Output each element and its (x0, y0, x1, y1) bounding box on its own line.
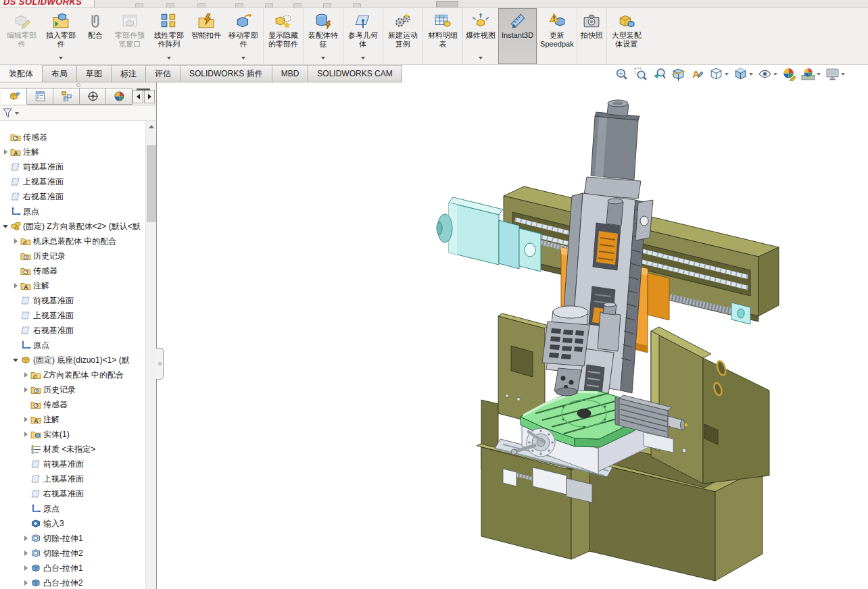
expand-arrow-icon[interactable] (22, 535, 30, 542)
reference-geometry-button[interactable]: 参考几何体 (343, 8, 383, 64)
expand-arrow-icon[interactable] (22, 446, 30, 453)
filter-dropdown-caret-icon[interactable] (15, 112, 19, 117)
panel-tab-next-button[interactable] (144, 90, 155, 103)
expand-arrow-icon[interactable] (2, 208, 9, 215)
expand-arrow-icon[interactable] (12, 253, 20, 260)
graphics-area[interactable] (157, 82, 868, 589)
tab-configurationmanager[interactable] (53, 88, 80, 105)
tab-mbd[interactable]: MBD (272, 65, 309, 82)
front-plane-3[interactable]: 前视基准面 (0, 457, 156, 471)
tab-layout[interactable]: 布局 (43, 65, 77, 82)
tab-solidworks-addins[interactable]: SOLIDWORKS 插件 (180, 65, 272, 82)
tab-sketch[interactable]: 草图 (77, 65, 112, 82)
hide-show-items-button[interactable] (758, 67, 777, 81)
annotations-folder[interactable]: 注解 (0, 145, 156, 159)
annotations-folder-3[interactable]: 注解 (0, 412, 156, 427)
view-orientation-button[interactable] (709, 67, 729, 81)
expand-arrow-icon[interactable] (2, 223, 9, 230)
update-speedpak-button[interactable]: 更新 Speedpak (537, 8, 577, 64)
expand-arrow-icon[interactable] (22, 490, 30, 498)
panel-splitter[interactable] (0, 82, 156, 88)
zoom-to-area-button[interactable] (633, 67, 648, 81)
tab-annotation[interactable]: 标注 (112, 65, 146, 82)
filter-funnel-icon[interactable] (2, 107, 13, 118)
expand-arrow-icon[interactable] (12, 297, 20, 305)
assembly-features-button[interactable]: 装配体特征 (303, 8, 343, 64)
tab-featuremanager-design-tree[interactable] (1, 88, 27, 105)
bill-of-materials-button[interactable]: 材料明细表 (423, 8, 462, 64)
right-plane-2[interactable]: 右视基准面 (0, 323, 156, 338)
expand-arrow-icon[interactable] (12, 282, 20, 290)
boss-extrude-2[interactable]: 凸台-拉伸2 (0, 575, 156, 589)
scrollbar-thumb[interactable] (147, 145, 156, 222)
expand-arrow-icon[interactable] (22, 372, 30, 379)
instant3d-button[interactable]: Instant3D (498, 8, 537, 64)
smart-fasteners-button[interactable]: 智能扣件 (189, 8, 224, 64)
view-settings-button[interactable] (825, 67, 845, 81)
edit-appearance-button[interactable] (782, 67, 796, 81)
tab-propertymanager[interactable] (27, 88, 53, 105)
expand-arrow-icon[interactable] (22, 580, 30, 587)
history-folder-2[interactable]: 历史记录 (0, 382, 156, 397)
expand-arrow-icon[interactable] (22, 416, 30, 424)
cut-extrude-1[interactable]: 切除-拉伸1 (0, 531, 156, 546)
dynamic-annotation-views-button[interactable] (690, 67, 704, 81)
expand-arrow-icon[interactable] (22, 520, 30, 528)
mates-in-machine-assembly[interactable]: 机床总装配体 中的配合 (0, 234, 156, 249)
tree-scrollbar[interactable] (145, 121, 156, 589)
expand-arrow-icon[interactable] (22, 431, 30, 438)
expand-arrow-icon[interactable] (2, 134, 9, 141)
expand-arrow-icon[interactable] (12, 357, 20, 364)
exploded-view-button[interactable]: 爆炸视图 (462, 8, 498, 64)
expand-arrow-icon[interactable] (22, 565, 30, 572)
component-preview-window-button[interactable]: 零部件预览窗口 (110, 8, 149, 64)
sensors-folder-3[interactable]: 传感器 (0, 397, 156, 412)
panel-tab-prev-button[interactable] (132, 90, 143, 103)
expand-arrow-icon[interactable] (2, 178, 9, 186)
tab-evaluate[interactable]: 评估 (146, 65, 180, 82)
expand-arrow-icon[interactable] (22, 401, 30, 409)
front-plane-2[interactable]: 前视基准面 (0, 293, 156, 308)
panel-collapse-handle[interactable] (156, 348, 164, 380)
expand-arrow-icon[interactable] (12, 327, 20, 334)
origin-2[interactable]: 原点 (0, 338, 156, 353)
right-plane-3[interactable]: 右视基准面 (0, 486, 156, 501)
expand-arrow-icon[interactable] (2, 193, 9, 201)
apply-scene-button[interactable] (801, 67, 821, 81)
previous-view-button[interactable] (652, 67, 667, 81)
boss-extrude-1[interactable]: 凸台-拉伸1 (0, 561, 156, 575)
expand-arrow-icon[interactable] (22, 461, 30, 468)
imported-3[interactable]: 输入3 (0, 516, 156, 531)
take-snapshot-button[interactable]: 拍快照 (577, 8, 606, 64)
cut-extrude-2[interactable]: 切除-拉伸2 (0, 546, 156, 561)
expand-arrow-icon[interactable] (2, 163, 9, 171)
expand-arrow-icon[interactable] (22, 386, 30, 394)
edit-components-button[interactable]: 编辑零部件 (2, 8, 41, 64)
expand-arrow-icon[interactable] (12, 342, 20, 349)
tab-assembly[interactable]: 装配体 (0, 65, 43, 82)
tab-solidworks-cam[interactable]: SOLIDWORKS CAM (308, 65, 402, 82)
component-z-direction-assembly[interactable]: (固定) Z方向装配体<2> (默认<默 (0, 219, 156, 234)
right-plane[interactable]: 右视基准面 (0, 189, 156, 204)
new-motion-study-button[interactable]: 新建运动算例 (383, 8, 423, 64)
origin-3[interactable]: 原点 (0, 501, 156, 516)
section-view-button[interactable] (671, 67, 685, 81)
expand-arrow-icon[interactable] (22, 476, 30, 483)
expand-arrow-icon[interactable] (2, 149, 9, 156)
mate-button[interactable]: 配合 (80, 8, 110, 64)
tab-displaymanager[interactable] (106, 88, 132, 105)
large-assembly-settings-button[interactable]: 大型装配体设置 (606, 8, 646, 64)
component-dizuo1-base[interactable]: (固定) 底座(dizuo1)<1> (默 (0, 353, 156, 367)
history-folder[interactable]: 历史记录 (0, 249, 156, 263)
display-style-button[interactable] (733, 67, 753, 81)
linear-component-pattern-button[interactable]: 线性零部件阵列 (149, 8, 189, 64)
expand-arrow-icon[interactable] (22, 550, 30, 557)
move-component-button[interactable]: 移动零部件 (224, 8, 263, 64)
show-hidden-components-button[interactable]: 显示隐藏的零部件 (263, 8, 303, 64)
origin[interactable]: 原点 (0, 204, 156, 219)
material-not-specified[interactable]: 材质 <未指定> (0, 442, 156, 457)
expand-arrow-icon[interactable] (12, 312, 20, 319)
scrollbar-up-arrow-icon[interactable] (146, 121, 156, 132)
annotations-folder-2[interactable]: 注解 (0, 278, 156, 293)
top-plane-2[interactable]: 上视基准面 (0, 308, 156, 323)
